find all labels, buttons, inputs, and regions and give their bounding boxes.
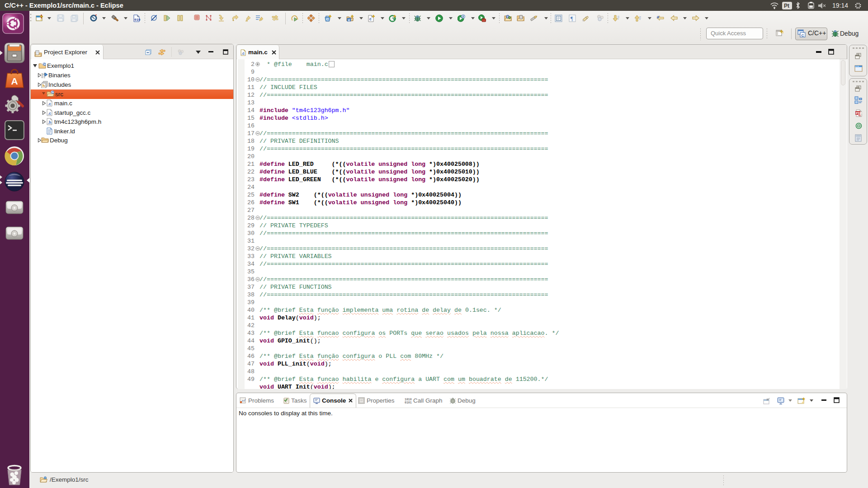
svg-text:¶: ¶	[571, 15, 573, 22]
svg-text:0101: 0101	[405, 401, 412, 404]
svg-text:.c: .c	[48, 102, 52, 106]
svg-text:PDF: PDF	[856, 112, 863, 115]
svg-text:010: 010	[134, 18, 141, 22]
svg-text:1010: 1010	[405, 398, 412, 401]
svg-text:A: A	[11, 76, 18, 86]
svg-text:Pt: Pt	[784, 3, 789, 9]
svg-text:C: C	[43, 62, 46, 66]
svg-text:19:14: 19:14	[832, 2, 848, 9]
svg-text:C: C	[802, 33, 804, 38]
svg-text:.c: .c	[48, 111, 52, 116]
svg-text:c: c	[348, 18, 350, 22]
svg-text:C: C	[326, 17, 329, 21]
svg-text:c: c	[369, 17, 372, 21]
svg-text:.c: .c	[241, 51, 245, 56]
svg-text:.h: .h	[48, 120, 52, 125]
svg-text:h: h	[42, 84, 45, 88]
svg-text:C: C	[52, 90, 54, 94]
